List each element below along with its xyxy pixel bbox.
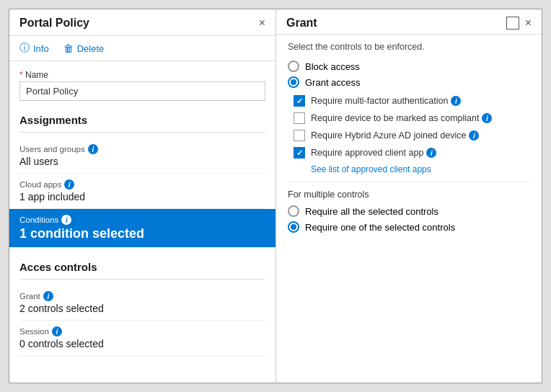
mfa-item[interactable]: Require multi-factor authentication i [294,95,530,107]
left-toolbar: ⓘ Info 🗑 Delete [9,36,276,61]
info-toolbar-item[interactable]: ⓘ Info [19,42,49,55]
block-access-label: Block access [305,61,360,72]
right-panel-title: Grant [286,17,317,30]
client-app-label: Require approved client app i [311,148,436,158]
info-label: Info [33,43,49,54]
block-access-option[interactable]: Block access [288,61,530,72]
client-app-item[interactable]: Require approved client app i [294,147,530,159]
require-one-option[interactable]: Require one of the selected controls [288,221,530,233]
hybrid-checkbox[interactable] [294,130,305,141]
access-controls-divider [19,279,265,280]
require-all-option[interactable]: Require all the selected controls [288,205,530,217]
grant-item[interactable]: Grant i 2 controls selected [19,285,265,321]
left-panel-title: Portal Policy [19,17,89,30]
client-app-checkbox[interactable] [294,147,305,159]
block-access-radio[interactable] [288,61,299,72]
mfa-checkbox[interactable] [294,95,305,107]
client-info-icon: i [426,148,436,158]
conditions-label: Conditions i [19,215,268,225]
delete-icon: 🗑 [63,43,74,54]
require-one-radio[interactable] [288,221,299,233]
name-field-label: * Name [19,70,265,80]
users-groups-label: Users and groups i [19,144,265,154]
hybrid-info-icon: i [469,130,479,141]
hybrid-item[interactable]: Require Hybrid Azure AD joined device i [294,130,530,141]
mfa-label: Require multi-factor authentication i [311,96,461,106]
left-panel: Portal Policy × ⓘ Info 🗑 Delete * Name A… [9,9,276,383]
device-label: Require device to be marked as compliant… [311,113,492,123]
multiple-controls-group: Require all the selected controls Requir… [288,205,530,233]
access-controls-heading: Acces controls [19,261,265,273]
assignments-divider [19,132,265,133]
hybrid-label: Require Hybrid Azure AD joined device i [311,130,479,141]
left-close-button[interactable]: × [259,17,265,29]
right-header-buttons: × [506,17,532,30]
grant-access-label: Grant access [305,77,361,88]
grant-access-option[interactable]: Grant access [288,76,530,88]
users-info-icon: i [88,144,98,154]
left-panel-header: Portal Policy × [9,9,276,36]
grant-label: Grant i [19,291,265,301]
grant-checkboxes: Require multi-factor authentication i Re… [294,95,530,174]
device-item[interactable]: Require device to be marked as compliant… [294,112,530,124]
grant-access-radio[interactable] [288,76,299,88]
info-icon: ⓘ [19,42,30,55]
session-item[interactable]: Session i 0 controls selected [19,321,265,356]
session-info-icon: i [52,326,62,337]
right-panel-body: Select the controls to be enforced. Bloc… [276,35,542,383]
require-one-label: Require one of the selected controls [305,222,455,233]
cloud-apps-label: Cloud apps i [19,179,265,190]
multiple-controls-divider [288,182,530,182]
right-panel: Grant × Select the controls to be enforc… [276,9,542,383]
device-info-icon: i [482,113,492,123]
require-all-radio[interactable] [288,205,299,217]
right-close-button[interactable]: × [525,17,532,29]
assignments-heading: Assignments [19,114,265,126]
conditions-value: 1 condition selected [19,226,268,241]
name-input[interactable] [19,81,265,101]
grant-value: 2 controls selected [19,303,265,314]
mfa-info-icon: i [451,96,461,106]
users-groups-item[interactable]: Users and groups i All users [19,138,265,174]
cloud-info-icon: i [64,179,74,190]
users-groups-value: All users [19,156,265,167]
session-label: Session i [19,326,265,337]
cloud-apps-item[interactable]: Cloud apps i 1 app included [19,174,265,209]
left-panel-body: * Name Assignments Users and groups i Al… [9,61,276,383]
delete-label: Delete [77,43,105,54]
right-panel-header: Grant × [276,9,542,35]
conditions-item[interactable]: Conditions i 1 condition selected [9,209,276,248]
cloud-apps-value: 1 app included [19,191,265,202]
session-value: 0 controls selected [19,338,265,349]
approved-apps-link[interactable]: See list of approved client apps [311,164,530,174]
access-type-group: Block access Grant access [288,61,530,88]
grant-subtitle: Select the controls to be enforced. [288,42,530,52]
delete-toolbar-item[interactable]: 🗑 Delete [63,42,105,55]
multiple-controls-label: For multiple controls [288,190,530,200]
maximize-button[interactable] [506,17,519,30]
device-checkbox[interactable] [294,112,305,124]
grant-info-icon: i [43,291,53,301]
require-all-label: Require all the selected controls [305,206,438,217]
main-container: Portal Policy × ⓘ Info 🗑 Delete * Name A… [9,9,542,383]
conditions-info-icon: i [61,215,71,225]
